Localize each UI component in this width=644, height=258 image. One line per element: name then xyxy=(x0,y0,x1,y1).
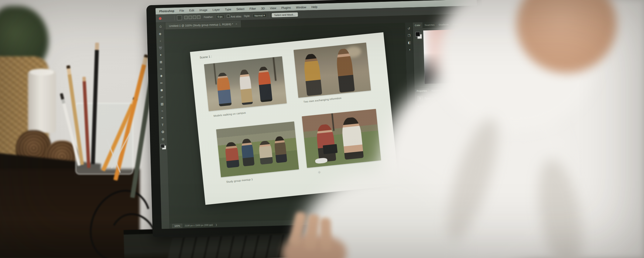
hand-tool-icon[interactable]: ✪ xyxy=(160,129,166,135)
style-dropdown[interactable]: Normal ▾ xyxy=(252,13,266,18)
figure-man-mustard-coat xyxy=(303,53,322,96)
select-and-mask-button[interactable]: Select and Mask... xyxy=(272,12,298,17)
healing-brush-tool-icon[interactable]: ✚ xyxy=(158,73,165,79)
pen-tool-icon[interactable]: ✒ xyxy=(159,115,166,121)
tab-color[interactable]: Color xyxy=(413,22,422,28)
menu-item-photoshop[interactable]: Photoshop xyxy=(159,9,174,13)
photo-two-men xyxy=(293,43,371,98)
figure-man-orange-jacket xyxy=(216,72,232,106)
divider xyxy=(174,16,175,20)
menu-item-filter[interactable]: Filter xyxy=(249,7,256,10)
chevron-right-icon[interactable]: ❯ xyxy=(215,223,218,226)
intersect-selection-icon[interactable] xyxy=(197,15,200,19)
tree-trunk xyxy=(213,63,217,85)
figure-student-navy xyxy=(241,138,255,166)
subtract-selection-icon[interactable] xyxy=(193,15,196,19)
menu-item-select[interactable]: Select xyxy=(236,7,245,11)
tab-swatches[interactable]: Swatches xyxy=(422,22,437,28)
photo-models-walking xyxy=(204,56,287,111)
photo-caption: Two men exchanging informtion xyxy=(303,96,341,103)
clone-stamp-tool-icon[interactable]: ◉ xyxy=(159,87,165,93)
document-tab-title: Untitled-1 @ 100% (Study group meetup 1,… xyxy=(169,23,233,27)
zoom-window-button[interactable] xyxy=(169,17,172,19)
home-button[interactable]: ⌂ xyxy=(156,23,166,30)
home-icon: ⌂ xyxy=(159,24,162,28)
finger xyxy=(320,218,332,251)
feather-input[interactable]: 0 px xyxy=(216,14,224,19)
add-selection-icon[interactable] xyxy=(189,16,192,19)
caret-down-icon: ▾ xyxy=(263,14,265,17)
anti-alias-checkbox[interactable] xyxy=(227,15,230,18)
photo-women-laptop xyxy=(302,109,381,168)
menu-item-help[interactable]: Help xyxy=(311,5,317,9)
menu-item-edit[interactable]: Edit xyxy=(189,9,194,12)
close-window-button[interactable] xyxy=(159,17,162,20)
figure-student-khaki xyxy=(258,140,273,165)
style-label: Style: xyxy=(244,14,250,18)
figure-woman-white-cardigan xyxy=(341,117,364,160)
figure-man-red-jacket xyxy=(257,66,272,102)
photo-of-workspace: Photoshop File Edit Image Layer Type Sel… xyxy=(0,0,644,258)
anti-alias-control[interactable]: Anti-alias xyxy=(227,14,241,18)
move-tool-icon[interactable]: ✥ xyxy=(157,31,163,37)
scene-label: Scene 1 : xyxy=(200,55,212,59)
zoom-level-input[interactable]: 100% xyxy=(172,224,183,228)
anti-alias-label: Anti-alias xyxy=(231,15,241,18)
feather-label: Feather: xyxy=(204,15,214,19)
marquee-tool-icon[interactable]: ▫ xyxy=(157,38,164,44)
layers-panel-icon[interactable]: ❒ xyxy=(408,34,410,37)
figure-woman-white-coat xyxy=(238,69,253,105)
eraser-tool-icon[interactable]: ▱ xyxy=(159,94,165,100)
candle-top xyxy=(30,69,54,75)
lamp-post xyxy=(331,113,334,131)
lasso-tool-icon[interactable]: ➰ xyxy=(157,45,164,51)
minimize-window-button[interactable] xyxy=(164,17,167,19)
figure-student-brown xyxy=(274,136,287,163)
close-tab-icon[interactable]: ✕ xyxy=(235,23,237,25)
gradient-tool-icon[interactable]: ▨ xyxy=(159,101,165,107)
move-cursor-icon: ✛ xyxy=(318,171,321,174)
white-candle xyxy=(28,71,56,133)
selection-mode-buttons[interactable] xyxy=(184,15,201,20)
menu-item-plugins[interactable]: Plugins xyxy=(281,6,291,9)
document-size-readout: 2100 px x 1500 px (300 ppi) xyxy=(185,224,213,227)
menu-item-3d[interactable]: 3D xyxy=(261,7,265,10)
laptop-in-photo xyxy=(323,144,337,154)
active-tool-icon[interactable] xyxy=(177,15,182,20)
foreground-color-swatch[interactable] xyxy=(160,144,164,148)
white-sneakers xyxy=(315,158,327,164)
photo-study-group xyxy=(216,121,299,177)
photo-caption: Models walking on campus xyxy=(213,111,246,117)
divider xyxy=(269,13,269,18)
new-selection-icon[interactable] xyxy=(184,16,188,19)
adjustments-panel-icon[interactable]: ◑ xyxy=(409,48,410,51)
zoom-tool-icon[interactable]: ◎ xyxy=(160,136,166,142)
crop-tool-icon[interactable]: ⊞ xyxy=(158,59,164,65)
photo-caption: Study group meetup 1 xyxy=(226,178,253,183)
menu-item-view[interactable]: View xyxy=(270,6,276,10)
type-tool-icon[interactable]: T xyxy=(159,122,166,128)
channels-panel-icon[interactable]: ◧ xyxy=(408,41,411,44)
menu-item-image[interactable]: Image xyxy=(199,8,207,12)
menu-item-file[interactable]: File xyxy=(180,9,184,12)
quick-selection-tool-icon[interactable]: ✦ xyxy=(158,52,164,58)
history-panel-icon[interactable]: ↺ xyxy=(408,27,410,30)
blur-tool-icon[interactable]: ○ xyxy=(159,108,166,114)
figure-student-red xyxy=(224,142,239,168)
brush-tool-icon[interactable]: ✏ xyxy=(158,80,165,86)
menu-item-window[interactable]: Window xyxy=(296,5,306,9)
foreground-background-swatches[interactable] xyxy=(160,144,166,149)
menu-item-layer[interactable]: Layer xyxy=(213,8,220,12)
foreground-color-chip[interactable] xyxy=(415,32,420,36)
eyedropper-tool-icon[interactable]: ✑ xyxy=(158,66,164,72)
menu-item-type[interactable]: Type xyxy=(225,8,231,11)
tree-trunk xyxy=(272,57,276,81)
style-value: Normal xyxy=(254,14,263,17)
